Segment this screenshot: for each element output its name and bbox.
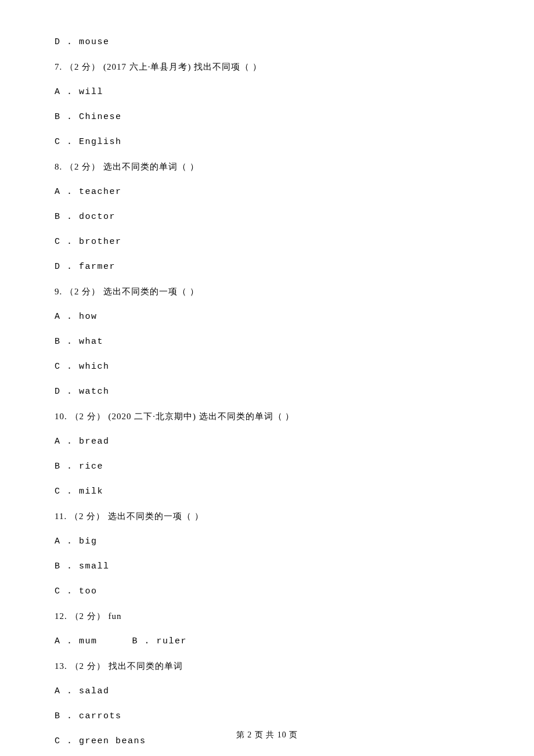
q9-option-a: A . how	[55, 311, 534, 323]
q6-option-d: D . mouse	[55, 36, 534, 48]
q7-option-a: A . will	[55, 86, 534, 98]
q11-option-b: B . small	[55, 560, 534, 573]
q7-option-b: B . Chinese	[55, 111, 534, 123]
q9-option-c: C . which	[55, 361, 534, 373]
q12-option-b: B . ruler	[132, 635, 187, 647]
q13-option-b: B . carrots	[55, 710, 534, 722]
q9-option-d: D . watch	[55, 386, 534, 398]
q12-stem: 12. （2 分） fun	[55, 610, 534, 622]
q13-option-a: A . salad	[55, 685, 534, 697]
q8-option-d: D . farmer	[55, 261, 534, 273]
q8-stem: 8. （2 分） 选出不同类的单词（ ）	[55, 161, 534, 173]
q13-stem: 13. （2 分） 找出不同类的单词	[55, 660, 534, 672]
q9-option-b: B . what	[55, 336, 534, 348]
q7-stem: 7. （2 分） (2017 六上·单县月考) 找出不同项（ ）	[55, 61, 534, 73]
q12-option-a: A . mum	[55, 635, 98, 647]
page-footer: 第 2 页 共 10 页	[0, 729, 534, 741]
q10-option-a: A . bread	[55, 435, 534, 448]
q10-option-b: B . rice	[55, 460, 534, 473]
q8-option-b: B . doctor	[55, 211, 534, 223]
q11-option-c: C . too	[55, 585, 534, 597]
q11-stem: 11. （2 分） 选出不同类的一项（ ）	[55, 510, 534, 523]
q9-stem: 9. （2 分） 选出不同类的一项（ ）	[55, 286, 534, 298]
q10-stem: 10. （2 分） (2020 二下·北京期中) 选出不同类的单词（ ）	[55, 411, 534, 423]
q8-option-a: A . teacher	[55, 186, 534, 198]
q10-option-c: C . milk	[55, 485, 534, 498]
q11-option-a: A . big	[55, 535, 534, 548]
q7-option-c: C . English	[55, 136, 534, 148]
q8-option-c: C . brother	[55, 236, 534, 248]
